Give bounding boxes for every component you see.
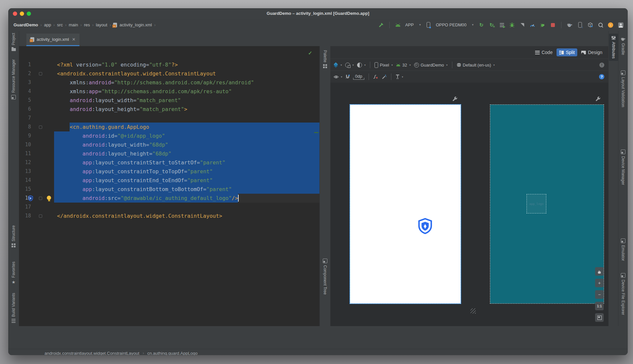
breadcrumb-item-app[interactable]: app xyxy=(44,22,51,27)
locale-select[interactable]: Default (en-us)▾ xyxy=(457,63,495,68)
code-line-14[interactable]: app:layout_constraintEnd_toEndOf="parent… xyxy=(57,176,319,185)
zoom-actual-size-button[interactable]: 1:1 xyxy=(595,302,604,310)
breadcrumb-item-GuardDemo[interactable]: GuardDemo xyxy=(14,22,38,27)
mode-code-button[interactable]: Code xyxy=(532,48,555,56)
tab-component-tree[interactable]: Component Tree xyxy=(320,259,330,294)
fold-marker[interactable] xyxy=(39,214,42,218)
mode-design-button[interactable]: Design xyxy=(579,48,605,56)
theme-select[interactable]: GuardDemo▾ xyxy=(414,63,448,68)
code-line-6[interactable]: android:layout_height="match_parent"> xyxy=(57,105,319,114)
zoom-in-button[interactable]: + xyxy=(595,279,604,287)
update-available-icon[interactable]: ↑ xyxy=(608,22,614,28)
code-line-11[interactable]: android:layout_height="68dp" xyxy=(57,149,319,158)
design-canvas[interactable]: app_logo + − 1:1 xyxy=(330,83,608,326)
device-resize-handle[interactable] xyxy=(470,308,476,314)
sidebar-item-project[interactable]: Project xyxy=(8,33,19,51)
blueprint-device-preview[interactable]: app_logo xyxy=(490,105,604,303)
sidebar-item-device-manager[interactable]: Device Manager xyxy=(618,150,628,185)
pan-hand-button[interactable] xyxy=(595,267,604,276)
debug-icon[interactable] xyxy=(509,22,515,28)
device-config-wrench-icon[interactable] xyxy=(452,96,458,101)
breadcrumb-item-activity_login.xml[interactable]: activity_login.xml xyxy=(119,22,152,27)
device-select[interactable]: OPPO PEDM00 xyxy=(436,22,467,27)
code-line-5[interactable]: android:layout_width="match_parent" xyxy=(57,96,319,105)
default-margin-select[interactable]: 0dp xyxy=(353,74,364,80)
sidebar-item-favorites[interactable]: Favorites★ xyxy=(8,262,19,285)
build-hammer-icon[interactable] xyxy=(378,22,384,28)
code-line-10[interactable]: android:layout_width="68dp" xyxy=(57,140,319,149)
api-level-select[interactable]: 32▾ xyxy=(396,63,410,68)
surface-select-button[interactable]: ▾ xyxy=(334,63,342,67)
code-editor[interactable]: 123456789101112131415161718 <?xml versio… xyxy=(19,46,319,326)
breadcrumb-root-tag[interactable]: androidx.constraintlayout.widget.Constra… xyxy=(45,351,139,355)
view-options-button[interactable]: ▾ xyxy=(334,75,342,79)
code-line-8[interactable]: <cn.authing.guard.AppLogo xyxy=(57,123,319,131)
chevron-down-icon[interactable]: ▼ xyxy=(471,23,474,26)
error-stripe-selection-mark[interactable] xyxy=(314,132,318,133)
tab-attributes[interactable]: Attributes xyxy=(609,34,618,61)
code-line-16[interactable]: android:src="@drawable/ic_authing_defaul… xyxy=(57,194,319,203)
code-line-12[interactable]: app:layout_constraintStart_toStartOf="pa… xyxy=(57,158,319,167)
attach-debugger-icon[interactable] xyxy=(519,22,525,28)
inspections-ok-icon[interactable]: ✓ xyxy=(308,50,312,56)
code-line-3[interactable]: xmlns:android="http://schemas.android.co… xyxy=(57,78,319,87)
breadcrumb-item-res[interactable]: res xyxy=(84,22,90,27)
breadcrumb-item-layout[interactable]: layout xyxy=(96,22,107,27)
code-line-4[interactable]: xmlns:app="http://schemas.android.com/ap… xyxy=(57,87,319,96)
tab-activity-login-xml[interactable]: activity_login.xml ✕ xyxy=(26,34,79,46)
device-select[interactable]: Pixel▾ xyxy=(375,62,393,68)
mode-split-button[interactable]: Split xyxy=(557,48,577,56)
zoom-out-button[interactable]: − xyxy=(595,290,604,299)
infer-constraints-button[interactable] xyxy=(382,74,387,79)
profile-app-icon[interactable] xyxy=(540,22,546,28)
code-line-1[interactable]: <?xml version="1.0" encoding="utf-8"?> xyxy=(57,60,319,69)
sidebar-item-structure[interactable]: Structure xyxy=(8,225,19,247)
stop-icon[interactable] xyxy=(550,22,556,28)
autoconnect-toggle[interactable] xyxy=(346,74,350,79)
code-line-7[interactable] xyxy=(57,114,319,123)
intention-bulb-icon[interactable] xyxy=(47,196,51,200)
sidebar-item-resource-manager[interactable]: Resource Manager xyxy=(8,59,19,99)
gutter-drawable-preview-shield-icon[interactable] xyxy=(28,195,33,201)
sidebar-item-device-file-explorer[interactable]: Device File Explorer xyxy=(618,273,628,315)
night-mode-button[interactable]: ▾ xyxy=(357,63,366,68)
issue-panel-icon[interactable]: ! xyxy=(599,63,604,68)
clear-constraints-button[interactable] xyxy=(373,74,378,79)
sidebar-item-gradle[interactable]: Gradle xyxy=(618,37,628,55)
run-tasks-icon[interactable]: ▶ xyxy=(499,22,505,28)
breadcrumb-item-src[interactable]: src xyxy=(57,22,63,27)
search-everywhere-icon[interactable] xyxy=(597,22,603,28)
tab-palette[interactable]: Palette xyxy=(320,50,330,68)
code-line-2[interactable]: <androidx.constraintlayout.widget.Constr… xyxy=(57,69,319,78)
fold-marker[interactable] xyxy=(39,126,42,129)
breadcrumb-item-main[interactable]: main xyxy=(69,22,78,27)
fold-marker[interactable] xyxy=(39,197,42,200)
design-device-preview[interactable] xyxy=(350,105,461,303)
code-line-15[interactable]: app:layout_constraintBottom_toBottomOf="… xyxy=(57,185,319,194)
code-line-9[interactable]: android:id="@+id/app_logo" xyxy=(57,131,319,140)
run-config-select[interactable]: APP xyxy=(405,22,414,27)
app-logo-shield-icon[interactable] xyxy=(417,218,433,235)
help-icon[interactable]: ? xyxy=(599,74,604,79)
close-icon[interactable]: ✕ xyxy=(72,37,75,42)
zoom-to-fit-button[interactable] xyxy=(595,313,604,322)
apply-code-changes-icon[interactable]: ↻A xyxy=(489,22,495,28)
profiler-icon[interactable] xyxy=(529,22,535,28)
gradle-sync-icon[interactable] xyxy=(567,22,573,28)
app-logo-placeholder[interactable]: app_logo xyxy=(527,194,546,213)
apply-changes-icon[interactable]: ↻ xyxy=(478,22,484,28)
sidebar-item-emulator[interactable]: Emulator xyxy=(618,238,628,261)
device-config-wrench-icon[interactable] xyxy=(595,96,601,101)
pack-align-button[interactable]: ▾ xyxy=(396,74,403,79)
sidebar-item-build-variants[interactable]: Build Variants xyxy=(8,293,19,323)
fold-marker[interactable] xyxy=(39,72,42,75)
device-manager-icon[interactable]: ↓ xyxy=(577,22,583,28)
code-line-18[interactable]: </androidx.constraintlayout.widget.Const… xyxy=(57,211,319,220)
code-line-13[interactable]: app:layout_constraintTop_toTopOf="parent… xyxy=(57,167,319,176)
sdk-manager-icon[interactable] xyxy=(587,22,593,28)
breadcrumb-selected-tag[interactable]: cn.authing.guard.AppLogo xyxy=(147,351,198,355)
user-avatar[interactable] xyxy=(618,22,624,28)
orientation-button[interactable]: ▾ xyxy=(345,63,354,68)
code-line-17[interactable] xyxy=(57,203,319,211)
sidebar-item-layout-validation[interactable]: Layout Validation xyxy=(618,70,628,107)
